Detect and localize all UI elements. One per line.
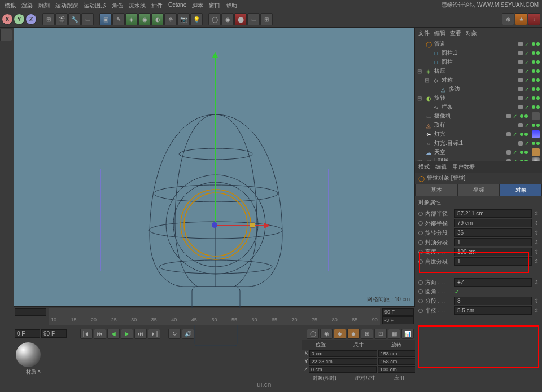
expand-icon[interactable]: ⊟	[417, 68, 423, 74]
key-button[interactable]: ◉	[320, 329, 333, 339]
timeline-start-input[interactable]	[15, 308, 46, 316]
timeline[interactable]: 1015202530354045505560657075808590	[14, 306, 415, 327]
menu-item[interactable]: Octane	[168, 2, 186, 10]
visibility-dots[interactable]	[520, 151, 528, 154]
attr-checkbox[interactable]: ✓	[454, 289, 460, 294]
tag-icon[interactable]	[532, 130, 540, 138]
tag-icon[interactable]	[532, 157, 540, 161]
attr-value-input[interactable]: 1	[454, 238, 532, 246]
timeline-state-input[interactable]	[382, 316, 414, 324]
attr-value-input[interactable]: 36	[454, 228, 532, 237]
attr-radio-icon[interactable]	[418, 299, 423, 303]
attr-radio-icon[interactable]	[418, 309, 423, 313]
visibility-dots[interactable]	[532, 60, 540, 64]
spinner-icon[interactable]: ⇕	[534, 249, 539, 255]
coord-y-pos[interactable]	[309, 358, 377, 365]
tree-item[interactable]: ⊟◈挤压✓	[415, 67, 542, 76]
axis-y-toggle[interactable]: Y	[14, 14, 25, 25]
tree-item[interactable]: ⊟◇对称✓	[415, 76, 542, 85]
spinner-icon[interactable]: ⇕	[534, 230, 539, 236]
goto-start-button[interactable]: |⏴	[80, 329, 93, 339]
visible-check-icon[interactable]: ✓	[513, 131, 518, 137]
menu-item[interactable]: 角色	[112, 2, 123, 10]
timeline-total-input[interactable]	[382, 308, 414, 316]
tree-item[interactable]: ◯管道✓	[415, 39, 542, 49]
menu-item[interactable]: 帮助	[226, 2, 237, 10]
axis-x-toggle[interactable]: X	[2, 14, 13, 25]
visible-check-icon[interactable]: ✓	[513, 113, 518, 119]
light-button[interactable]: 💡	[190, 13, 203, 25]
rp-menu[interactable]: 查看	[450, 29, 461, 37]
visibility-dots[interactable]	[532, 69, 540, 73]
coord-size-button[interactable]: 绝对尺寸	[355, 375, 375, 382]
mode-tab[interactable]: 编辑	[435, 163, 447, 171]
visibility-dots[interactable]	[532, 105, 540, 109]
tree-item[interactable]: ∿样条✓	[415, 103, 542, 112]
layer-toggle[interactable]	[518, 78, 523, 82]
spinner-icon[interactable]: ⇕	[534, 210, 539, 217]
layer-toggle[interactable]	[518, 60, 523, 64]
layer-toggle[interactable]	[518, 87, 523, 91]
visibility-dots[interactable]	[532, 142, 540, 145]
mode-tab[interactable]: 用户数据	[452, 163, 475, 171]
menu-item[interactable]: 脚本	[192, 2, 203, 10]
toolbar-button[interactable]: ⊕	[164, 13, 177, 25]
play-button[interactable]: ▶	[121, 329, 133, 339]
attr-radio-icon[interactable]	[418, 240, 423, 245]
visibility-dots[interactable]	[532, 78, 540, 82]
visible-check-icon[interactable]: ✓	[524, 86, 530, 92]
tree-item[interactable]: △多边✓	[415, 85, 542, 94]
toolbar-button[interactable]: ▭	[247, 13, 260, 25]
generator-button[interactable]: ◉	[138, 13, 151, 25]
visible-check-icon[interactable]: ✓	[524, 77, 530, 83]
left-tool-button[interactable]	[0, 29, 12, 41]
layer-toggle[interactable]	[506, 114, 511, 118]
tab-coords[interactable]: 坐标	[457, 184, 500, 196]
attr-value-input[interactable]: 57.211 cm	[454, 209, 532, 218]
menu-item[interactable]: 模拟	[5, 2, 16, 10]
toolbar-button[interactable]: ▭	[81, 13, 94, 25]
play-back-button[interactable]: ◀	[107, 329, 120, 339]
spinner-icon[interactable]: ⇕	[534, 220, 539, 226]
material-preview[interactable]	[16, 342, 41, 367]
visible-check-icon[interactable]: ✓	[524, 41, 530, 47]
toolbar-button[interactable]: ◉	[221, 13, 234, 25]
menu-item[interactable]: 窗口	[209, 2, 220, 10]
spinner-icon[interactable]: ⇕	[534, 258, 539, 265]
attr-radio-icon[interactable]	[418, 231, 423, 235]
frame-start-input[interactable]	[15, 329, 40, 338]
menu-item[interactable]: 运动图形	[84, 2, 106, 10]
visibility-dots[interactable]	[532, 96, 540, 100]
menu-item[interactable]: 流水线	[129, 2, 146, 10]
toolbar-button[interactable]: ⊡	[374, 329, 387, 339]
layer-toggle[interactable]	[518, 42, 523, 46]
visible-check-icon[interactable]: ✓	[524, 95, 530, 101]
coord-z-pos[interactable]	[309, 366, 377, 373]
rp-menu[interactable]: 编辑	[434, 29, 445, 37]
coord-apply-button[interactable]: 应用	[394, 375, 404, 382]
tree-item[interactable]: ○灯光.目标.1✓	[415, 139, 542, 148]
layer-toggle[interactable]	[518, 105, 523, 109]
toolbar-button[interactable]: 📊	[401, 329, 414, 339]
tree-item[interactable]: ◬取样✓	[415, 121, 542, 130]
coord-x-pos[interactable]	[309, 350, 377, 357]
cube-primitive-button[interactable]: ▣	[99, 13, 112, 25]
axis-y-gizmo[interactable]	[215, 54, 216, 226]
layer-toggle[interactable]	[518, 123, 523, 127]
camera-button[interactable]: 📷	[177, 13, 190, 25]
toolbar-button[interactable]: 🎬	[55, 13, 68, 25]
tag-icon[interactable]	[532, 148, 540, 156]
attr-value-input[interactable]: +Z	[454, 278, 532, 287]
expand-icon[interactable]: ⊟	[425, 77, 430, 83]
rp-menu[interactable]: 文件	[418, 29, 430, 37]
toolbar-button[interactable]: ✎	[112, 13, 125, 25]
toolbar-button[interactable]: ⊞	[42, 13, 55, 25]
tree-item[interactable]: ☁天空✓	[415, 148, 542, 157]
attr-value-input[interactable]: 79 cm	[454, 219, 532, 227]
visible-check-icon[interactable]: ✓	[513, 149, 518, 155]
spinner-icon[interactable]: ⇕	[534, 279, 539, 285]
visible-check-icon[interactable]: ✓	[524, 68, 530, 74]
attr-value-input[interactable]: 5.5 cm	[454, 306, 532, 315]
visible-check-icon[interactable]: ✓	[524, 140, 530, 146]
object-tree[interactable]: ◯管道✓□圆柱.1✓□圆柱✓⊟◈挤压✓⊟◇对称✓△多边✓⊟◐旋转✓∿样条✓▭摄像…	[415, 39, 542, 161]
